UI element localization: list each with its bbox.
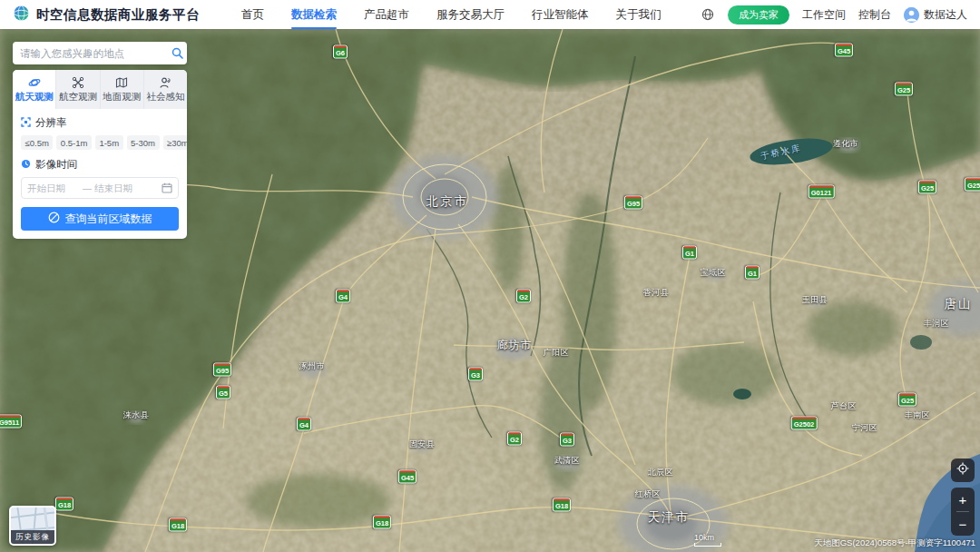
top-navbar: 时空信息数据商业服务平台 首页数据检索产品超市服务交易大厅行业智能体关于我们 成… — [0, 0, 980, 29]
username: 数据达人 — [924, 7, 967, 23]
locate-button[interactable] — [951, 458, 975, 482]
zoom-out-button[interactable]: − — [951, 512, 975, 536]
resolution-chip[interactable]: 0.5-1m — [56, 135, 92, 150]
nav-item[interactable]: 数据检索 — [291, 0, 337, 29]
logo-icon — [13, 5, 30, 25]
resolution-options: ≤0.5m0.5-1m1-5m5-30m≥30m — [21, 135, 179, 150]
console-link[interactable]: 控制台 — [858, 7, 891, 23]
zoom-in-button[interactable]: + — [951, 488, 975, 511]
date-separator: — — [83, 183, 92, 193]
language-globe-icon[interactable] — [701, 7, 715, 22]
zoom-control: + − — [951, 488, 975, 536]
nav-item[interactable]: 服务交易大厅 — [436, 0, 505, 29]
search-icon[interactable] — [167, 47, 187, 59]
resolution-chip[interactable]: 1-5m — [95, 135, 123, 150]
time-label-text: 影像时间 — [35, 158, 77, 172]
filter-body: 分辨率 ≤0.5m0.5-1m1-5m5-30m≥30m 影像时间 — — [13, 109, 187, 239]
history-thumb-label: 历史影像 — [11, 530, 54, 544]
nav-item[interactable]: 产品超市 — [364, 0, 409, 29]
nav-item[interactable]: 关于我们 — [616, 0, 662, 29]
data-search-panel: 航天观测航空观测地面观测社会感知 分辨率 ≤0.5m0.5-1m1-5m5-30… — [13, 42, 187, 239]
observation-tabs: 航天观测航空观测地面观测社会感知 — [13, 70, 187, 109]
start-date-input[interactable] — [27, 182, 80, 193]
nav-item[interactable]: 行业智能体 — [532, 0, 589, 29]
date-range-picker: — — [21, 177, 179, 199]
drone-icon — [72, 76, 84, 88]
user-menu[interactable]: 数据达人 — [904, 7, 967, 23]
platform-title: 时空信息数据商业服务平台 — [36, 6, 200, 24]
tab-航空观测[interactable]: 航空观测 — [55, 70, 99, 109]
observation-filter-card: 航天观测航空观测地面观测社会感知 分辨率 ≤0.5m0.5-1m1-5m5-30… — [13, 70, 187, 239]
resolution-section-label: 分辨率 — [21, 116, 179, 130]
satellite-icon — [28, 76, 41, 88]
tab-label: 社会感知 — [146, 91, 184, 104]
header-right: 成为卖家 工作空间 控制台 数据达人 — [701, 5, 967, 25]
query-region-button[interactable]: 查询当前区域数据 — [21, 207, 179, 231]
resolution-chip[interactable]: 5-30m — [127, 135, 160, 150]
tab-label: 航天观测 — [15, 91, 54, 104]
tab-地面观测[interactable]: 地面观测 — [100, 70, 143, 109]
query-button-icon — [48, 212, 60, 226]
history-imagery-toggle[interactable]: 历史影像 — [9, 506, 56, 546]
time-section-label: 影像时间 — [21, 158, 179, 172]
place-search — [13, 42, 187, 64]
workspace-link[interactable]: 工作空间 — [802, 7, 846, 23]
become-seller-button[interactable]: 成为卖家 — [728, 5, 789, 25]
tab-航天观测[interactable]: 航天观测 — [13, 70, 55, 109]
calendar-icon[interactable] — [162, 182, 172, 193]
resolution-label-text: 分辨率 — [35, 116, 67, 130]
brand[interactable]: 时空信息数据商业服务平台 — [13, 5, 200, 25]
user-avatar — [904, 7, 919, 23]
query-button-label: 查询当前区域数据 — [65, 212, 152, 227]
resolution-chip[interactable]: ≤0.5m — [21, 135, 53, 150]
place-search-input[interactable] — [13, 48, 167, 59]
clock-icon — [21, 159, 31, 171]
tab-label: 航空观测 — [59, 91, 97, 104]
tab-社会感知[interactable]: 社会感知 — [143, 70, 187, 109]
resolution-chip[interactable]: ≥30m — [163, 135, 187, 150]
tab-label: 地面观测 — [103, 91, 141, 104]
main-nav: 首页数据检索产品超市服务交易大厅行业智能体关于我们 — [241, 0, 662, 29]
nav-item[interactable]: 首页 — [241, 0, 264, 29]
end-date-input[interactable] — [94, 182, 147, 193]
resolution-icon — [21, 117, 31, 129]
person-icon — [159, 76, 172, 88]
locate-icon — [956, 462, 969, 478]
map-icon — [115, 76, 128, 88]
